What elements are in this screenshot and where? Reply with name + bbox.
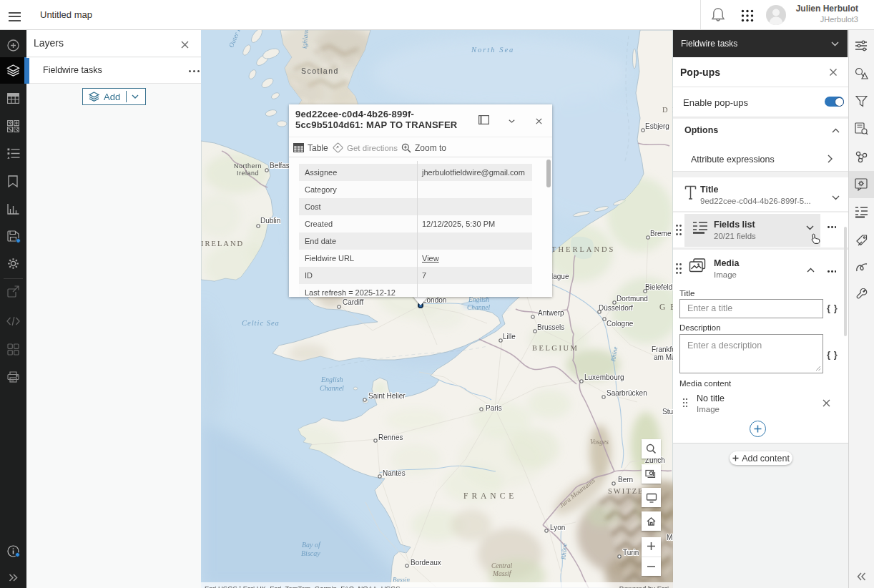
svg-text:Lyon: Lyon [550, 524, 565, 531]
svg-text:Vosges: Vosges [590, 438, 609, 446]
svg-text:Mi: Mi [667, 534, 673, 542]
svg-text:Northern: Northern [234, 162, 262, 170]
svg-text:Bay of: Bay of [302, 541, 321, 549]
svg-text:G E: G E [659, 303, 673, 311]
svg-text:Biscay: Biscay [301, 549, 320, 557]
svg-text:Saarbrücken: Saarbrücken [607, 389, 647, 397]
svg-text:Paris: Paris [486, 404, 502, 412]
svg-text:Turin: Turin [623, 549, 639, 557]
svg-text:Bern: Bern [618, 476, 633, 484]
svg-text:IRELAND: IRELAND [201, 240, 244, 248]
svg-text:BELGIUM: BELGIUM [532, 344, 579, 352]
svg-text:Luxembourg: Luxembourg [584, 373, 624, 381]
svg-text:am Mai: am Mai [654, 353, 673, 361]
svg-text:Lille: Lille [503, 333, 516, 340]
svg-text:Cardiff: Cardiff [343, 298, 363, 306]
svg-text:English: English [468, 296, 489, 303]
svg-text:Central: Central [491, 562, 512, 569]
svg-text:Stu: Stu [662, 408, 673, 416]
svg-text:FRANCE: FRANCE [463, 491, 517, 500]
svg-text:D E: D E [662, 106, 673, 114]
svg-text:English: English [320, 376, 343, 383]
svg-text:Celtic Sea: Celtic Sea [242, 319, 280, 327]
svg-text:Saint Helier: Saint Helier [368, 392, 406, 400]
svg-text:Scotland: Scotland [301, 67, 339, 75]
svg-text:Brussels: Brussels [537, 323, 564, 331]
svg-text:Frankfu: Frankfu [652, 346, 673, 353]
svg-text:Ireland: Ireland [237, 170, 259, 177]
svg-text:Düsseldorf: Düsseldorf [599, 304, 633, 312]
svg-text:Dublin: Dublin [260, 217, 280, 225]
svg-text:Dortmund: Dortmund [617, 295, 648, 303]
svg-text:Massif: Massif [492, 570, 512, 577]
svg-text:Breme: Breme [650, 230, 672, 237]
svg-text:Rennes: Rennes [378, 433, 403, 441]
svg-text:Bielefeld: Bielefeld [645, 283, 672, 291]
svg-text:Cologne: Cologne [607, 320, 634, 328]
svg-text:Channel: Channel [467, 304, 491, 311]
svg-text:Channel: Channel [320, 384, 344, 392]
svg-text:Esbjerg: Esbjerg [645, 122, 669, 130]
svg-text:Antwerp: Antwerp [538, 309, 564, 317]
svg-text:Rhône: Rhône [559, 543, 568, 561]
svg-text:North Sea: North Sea [471, 46, 514, 54]
svg-text:Belfas: Belfas [270, 162, 290, 170]
svg-text:Nantes: Nantes [383, 469, 406, 477]
svg-text:Bordeaux: Bordeaux [411, 559, 441, 567]
svg-text:THERLANDS: THERLANDS [551, 245, 615, 253]
